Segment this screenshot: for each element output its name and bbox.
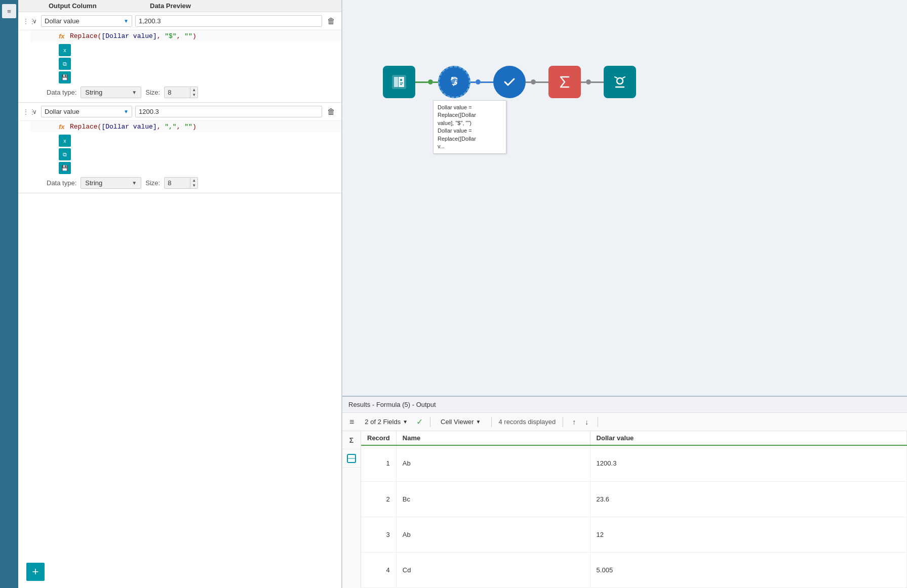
- fields-chevron-icon: ▼: [403, 419, 408, 425]
- chevron-btn-1[interactable]: ∨: [31, 18, 38, 25]
- connector-2: [470, 79, 493, 85]
- data-preview-header: Data Preview: [150, 2, 337, 10]
- sidebar-icon-2[interactable]: [2, 20, 16, 34]
- node-sum[interactable]: [548, 66, 581, 98]
- side-action-save-1[interactable]: 💾: [59, 71, 71, 83]
- size-down-2[interactable]: ▼: [190, 183, 198, 188]
- side-action-copy-1[interactable]: ⧉: [59, 58, 71, 70]
- add-formula-btn[interactable]: +: [26, 563, 45, 581]
- row-2-formula-container: fx Replace([Dollar value], ",", "") x ⧉ …: [18, 121, 341, 174]
- output-col-value-2: Dollar value: [45, 108, 122, 115]
- formula-func-1: Replace: [70, 32, 98, 40]
- tooltip-line2: Replace([Dollar: [438, 112, 476, 118]
- delete-btn-2[interactable]: 🗑: [325, 107, 337, 116]
- side-action-x-1[interactable]: x: [59, 44, 71, 56]
- cell-dollar-1: 1200.3: [590, 445, 906, 481]
- datatype-row-1: Data type: String ▼ Size: 8 ▲ ▼: [18, 83, 341, 102]
- toolbar-list-icon[interactable]: ≡: [347, 416, 356, 428]
- svg-point-1: [400, 79, 402, 81]
- node-browse[interactable]: [604, 66, 636, 98]
- side-action-x-2[interactable]: x: [59, 135, 71, 147]
- cell-viewer-dropdown[interactable]: Cell Viewer ▼: [438, 416, 484, 427]
- cell-record-4: 4: [361, 552, 396, 587]
- size-input-wrap-2: 8 ▲ ▼: [164, 177, 198, 189]
- datatype-dropdown-2[interactable]: String ▼: [81, 177, 141, 189]
- size-input-2[interactable]: 8: [165, 178, 190, 188]
- cell-record-1: 1: [361, 445, 396, 481]
- datatype-label-1: Data type:: [47, 89, 76, 96]
- cell-dollar-2: 23.6: [590, 481, 906, 517]
- formula-text-1[interactable]: Replace([Dollar value], "$", ""): [70, 32, 337, 40]
- shape-icon-left: [342, 449, 361, 468]
- size-input-wrap-1: 8 ▲ ▼: [164, 87, 198, 98]
- preview-value-1: 1,200.3: [135, 15, 322, 27]
- tooltip-line4: Dollar value =: [438, 128, 472, 134]
- preview-value-2: 1200.3: [135, 106, 322, 117]
- nav-down-btn[interactable]: ↓: [583, 417, 590, 427]
- node-check[interactable]: [493, 66, 526, 98]
- node-formula[interactable]: Dollar value = Replace([Dollar value], "…: [438, 66, 470, 98]
- formula-tooltip: Dollar value = Replace([Dollar value], "…: [433, 100, 506, 154]
- formula-row-1: ⋮⋮ ∨ Dollar value ▼ 1,200.3 🗑: [18, 12, 341, 103]
- chevron-down-icon-2: ▼: [124, 109, 129, 114]
- book-icon: [383, 66, 415, 98]
- records-count-label: 4 records displayed: [499, 418, 556, 426]
- cell-name-4: Cd: [396, 552, 590, 587]
- datatype-chevron-2: ▼: [132, 180, 137, 186]
- toolbar-separator-2: [491, 417, 492, 427]
- datatype-chevron-1: ▼: [132, 90, 137, 95]
- side-action-save-2[interactable]: 💾: [59, 162, 71, 174]
- results-table: Record Name Dollar value 1 Ab 1200.3 2 B…: [361, 431, 907, 588]
- table-row-2: 2 Bc 23.6: [361, 481, 907, 517]
- col-record-header: Record: [361, 431, 396, 445]
- row-1-side-actions: [18, 30, 30, 83]
- results-title: Results - Formula (5) - Output: [348, 401, 436, 408]
- size-label-1: Size:: [145, 89, 160, 96]
- output-col-dropdown-2[interactable]: Dollar value ▼: [41, 106, 132, 117]
- table-row-1: 1 Ab 1200.3: [361, 445, 907, 481]
- add-row-section: +: [18, 556, 341, 588]
- size-input-1[interactable]: 8: [165, 87, 190, 98]
- connector-3: [526, 79, 548, 85]
- formula-icon: [438, 66, 470, 98]
- canvas-area[interactable]: Dollar value = Replace([Dollar value], "…: [342, 0, 907, 396]
- output-column-header: Output Column: [49, 2, 150, 10]
- fields-dropdown[interactable]: 2 of 2 Fields ▼: [361, 416, 411, 428]
- sidebar-icon-1[interactable]: ≡: [2, 4, 16, 18]
- column-headers: Output Column Data Preview: [18, 0, 341, 12]
- cell-name-3: Ab: [396, 517, 590, 552]
- size-down-1[interactable]: ▼: [190, 93, 198, 98]
- col-dollar-header: Dollar value: [590, 431, 906, 445]
- formula-text-2[interactable]: Replace([Dollar value], ",", ""): [70, 123, 337, 131]
- chevron-btn-2[interactable]: ∨: [31, 108, 38, 115]
- formula-row-2: ⋮⋮ ∨ Dollar value ▼ 1200.3 🗑 fx: [18, 103, 341, 193]
- workflow-container: Dollar value = Replace([Dollar value], "…: [383, 66, 636, 98]
- sum-icon-left: Σ: [342, 431, 361, 449]
- table-header-row: Record Name Dollar value: [361, 431, 907, 445]
- node-book[interactable]: [383, 66, 415, 98]
- side-action-copy-2[interactable]: ⧉: [59, 148, 71, 160]
- fields-label: 2 of 2 Fields: [365, 418, 401, 426]
- drag-handle-2[interactable]: ⋮⋮: [22, 108, 28, 116]
- check-mark-icon: ✓: [416, 417, 423, 427]
- tooltip-line1: Dollar value =: [438, 104, 472, 110]
- results-left-icons: Σ: [342, 431, 361, 588]
- results-toolbar: ≡ 2 of 2 Fields ▼ ✓ Cell Viewer ▼ 4 reco…: [342, 413, 907, 431]
- size-up-1[interactable]: ▲: [190, 88, 198, 93]
- size-spin-2: ▲ ▼: [190, 178, 198, 188]
- check-icon: [493, 66, 526, 98]
- datatype-value-2: String: [85, 179, 130, 187]
- size-label-2: Size:: [145, 179, 160, 187]
- svg-point-3: [451, 77, 453, 79]
- right-panel: Dollar value = Replace([Dollar value], "…: [342, 0, 907, 588]
- drag-handle-1[interactable]: ⋮⋮: [22, 17, 28, 25]
- results-table-wrap: Σ Record Name Dollar value: [342, 431, 907, 588]
- tooltip-line5: Replace([Dollar: [438, 136, 476, 142]
- datatype-label-2: Data type:: [47, 179, 76, 187]
- delete-btn-1[interactable]: 🗑: [325, 17, 337, 26]
- datatype-dropdown-1[interactable]: String ▼: [81, 87, 141, 98]
- nav-up-btn[interactable]: ↑: [570, 417, 578, 427]
- output-col-dropdown-1[interactable]: Dollar value ▼: [41, 15, 132, 27]
- size-up-2[interactable]: ▲: [190, 178, 198, 183]
- tooltip-line3: value], "$", ""): [438, 120, 471, 126]
